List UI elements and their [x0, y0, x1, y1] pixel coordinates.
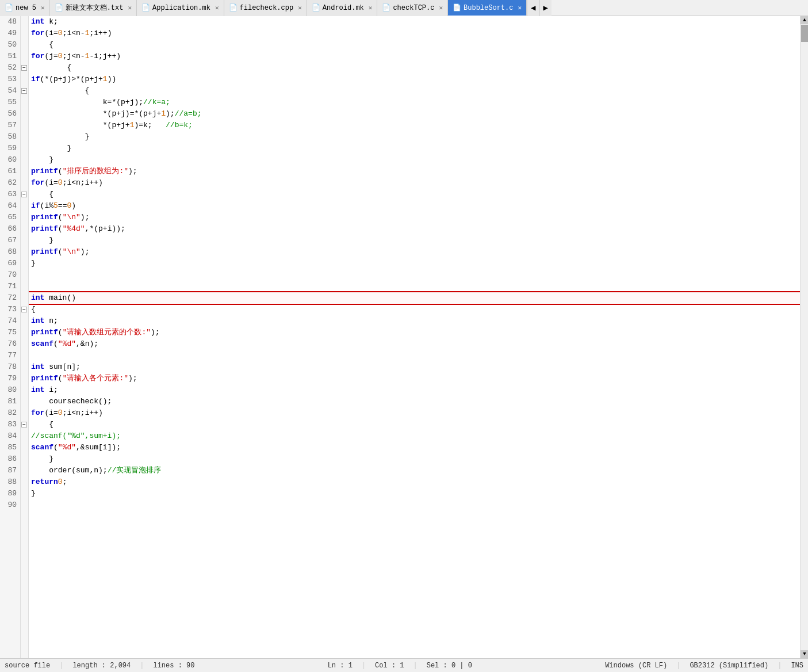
status-eol: Windows (CR LF)	[605, 662, 667, 670]
code-line[interactable]: int k;	[29, 16, 800, 28]
tab-applicationmk[interactable]: 📄 Application.mk ✕	[137, 0, 224, 16]
fold-cell	[21, 97, 28, 108]
fold-cell	[21, 177, 28, 189]
fold-column: −−−−−	[21, 16, 29, 658]
code-line[interactable]: printf("排序后的数组为:");	[29, 166, 800, 177]
code-line[interactable]: order(sum,n);//实现冒泡排序	[29, 465, 800, 476]
code-line[interactable]: if(*(p+j)>*(p+j+1))	[29, 74, 800, 85]
code-line[interactable]: *(p+j)=*(p+j+1);//a=b;	[29, 108, 800, 120]
code-line[interactable]: {	[29, 419, 800, 430]
code-line[interactable]: if(i%5==0)	[29, 200, 800, 212]
line-number: 59	[0, 143, 20, 154]
scrollbar-thumb[interactable]	[801, 25, 808, 42]
scrollbar-down-button[interactable]: ▼	[801, 650, 808, 658]
fold-indicator-icon[interactable]: −	[21, 65, 27, 71]
code-line[interactable]: {	[29, 39, 800, 51]
code-line[interactable]: printf("\n");	[29, 212, 800, 223]
code-line[interactable]: coursecheck();	[29, 396, 800, 407]
fold-indicator-icon[interactable]: −	[21, 88, 27, 94]
code-line[interactable]: }	[29, 235, 800, 246]
code-line[interactable]: }	[29, 154, 800, 166]
tab-xinjian[interactable]: 📄 新建文本文档.txt ✕	[50, 0, 137, 16]
fold-cell[interactable]: −	[21, 304, 28, 315]
tab-nav-right[interactable]: ▶	[539, 0, 552, 16]
code-line[interactable]: return 0;	[29, 476, 800, 488]
tab-close-bubblesort[interactable]: ✕	[518, 4, 522, 12]
code-line[interactable]: int sum[n];	[29, 361, 800, 373]
line-number: 85	[0, 442, 20, 453]
code-line[interactable]: }	[29, 143, 800, 154]
code-line[interactable]: {	[29, 62, 800, 74]
line-number: 71	[0, 281, 20, 292]
tab-label-bubblesort: BubbleSort.c	[464, 4, 513, 12]
code-line[interactable]: {	[29, 189, 800, 200]
code-line[interactable]: *(p+j+1)=k; //b=k;	[29, 120, 800, 131]
fold-cell[interactable]: −	[21, 419, 28, 430]
code-line[interactable]: }	[29, 131, 800, 143]
code-lines: int k; for(i=0;i<n-1;i++) { for(j=0;j<n-…	[29, 16, 800, 511]
tab-label-androidmk: Android.mk	[323, 4, 364, 12]
line-number: 83	[0, 419, 20, 430]
code-line[interactable]: int main()	[29, 292, 800, 304]
tab-close-filecheck[interactable]: ✕	[298, 4, 302, 12]
code-line[interactable]: k=*(p+j);//k=a;	[29, 97, 800, 108]
fold-cell	[21, 246, 28, 258]
tab-new5[interactable]: 📄 new 5 ✕	[0, 0, 50, 16]
tab-close-androidmk[interactable]: ✕	[369, 4, 373, 12]
code-line[interactable]: {	[29, 85, 800, 97]
fold-indicator-icon[interactable]: −	[21, 192, 27, 197]
line-number: 63	[0, 189, 20, 200]
fold-cell[interactable]: −	[21, 85, 28, 97]
code-line[interactable]: int n;	[29, 315, 800, 327]
fold-cell	[21, 108, 28, 120]
scrollbar-track[interactable]: ▲ ▼	[800, 16, 808, 658]
code-area[interactable]: int k; for(i=0;i<n-1;i++) { for(j=0;j<n-…	[29, 16, 800, 658]
line-number: 49	[0, 28, 20, 39]
tab-close-xinjian[interactable]: ✕	[128, 4, 132, 12]
line-number-column: 4849505152535455565758596061626364656667…	[0, 16, 21, 658]
code-line[interactable]: printf("%4d",*(p+i));	[29, 223, 800, 235]
tab-nav-left[interactable]: ◀	[527, 0, 539, 16]
scrollbar-up-button[interactable]: ▲	[801, 16, 808, 24]
code-line[interactable]: }	[29, 488, 800, 499]
fold-cell	[21, 74, 28, 85]
code-line[interactable]: for(j=0;j<n-1-i;j++)	[29, 51, 800, 62]
code-line[interactable]: {	[29, 304, 800, 315]
code-line[interactable]	[29, 499, 800, 511]
tab-filecheck[interactable]: 📄 filecheck.cpp ✕	[224, 0, 307, 16]
code-line[interactable]: //scanf("%d",sum+i);	[29, 430, 800, 442]
fold-indicator-icon[interactable]: −	[21, 307, 27, 312]
code-line[interactable]: }	[29, 453, 800, 465]
tab-androidmk[interactable]: 📄 Android.mk ✕	[307, 0, 378, 16]
tab-close-applicationmk[interactable]: ✕	[215, 4, 219, 12]
code-line[interactable]: scanf("%d",&sum[i]);	[29, 442, 800, 453]
code-line[interactable]	[29, 269, 800, 281]
code-line[interactable]	[29, 350, 800, 361]
tab-label-xinjian: 新建文本文档.txt	[66, 3, 124, 13]
fold-cell[interactable]: −	[21, 62, 28, 74]
fold-cell	[21, 51, 28, 62]
code-line[interactable]: printf("\n");	[29, 246, 800, 258]
code-line[interactable]: }	[29, 258, 800, 269]
line-number: 58	[0, 131, 20, 143]
code-line[interactable]: printf("请输入数组元素的个数:");	[29, 327, 800, 338]
tab-label-applicationmk: Application.mk	[152, 4, 210, 12]
status-sel: Sel : 0 | 0	[427, 662, 472, 670]
code-line[interactable]: for(i=0;i<n;i++)	[29, 407, 800, 419]
code-line[interactable]	[29, 281, 800, 292]
tab-close-checktcp[interactable]: ✕	[439, 4, 443, 12]
tab-close-new5[interactable]: ✕	[41, 4, 45, 12]
code-line[interactable]: printf("请输入各个元素:");	[29, 373, 800, 384]
tab-icon-xinjian: 📄	[55, 3, 63, 12]
code-line[interactable]: for(i=0;i<n;i++)	[29, 177, 800, 189]
code-line[interactable]: int i;	[29, 384, 800, 396]
tab-checktcp[interactable]: 📄 checkTCP.c ✕	[377, 0, 448, 16]
fold-cell	[21, 258, 28, 269]
code-line[interactable]: for(i=0;i<n-1;i++)	[29, 28, 800, 39]
tab-bubblesort[interactable]: 📄 BubbleSort.c ✕	[448, 0, 527, 16]
line-number: 67	[0, 235, 20, 246]
fold-indicator-icon[interactable]: −	[21, 422, 27, 427]
fold-cell[interactable]: −	[21, 189, 28, 200]
code-line[interactable]: scanf("%d",&n);	[29, 338, 800, 350]
tab-icon-applicationmk: 📄	[141, 3, 150, 12]
